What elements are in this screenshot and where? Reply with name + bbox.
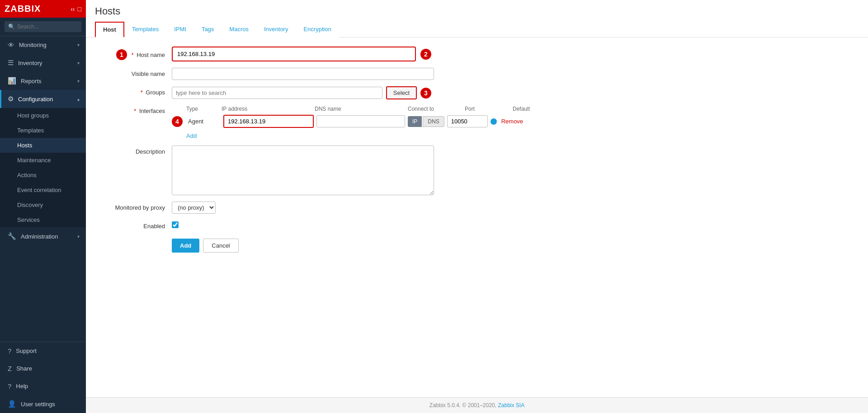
page-header: Hosts Host Templates IPMI Tags Macros In… bbox=[86, 0, 868, 38]
tab-inventory[interactable]: Inventory bbox=[256, 22, 296, 38]
sidebar-item-inventory[interactable]: ☰ Inventory ▾ bbox=[0, 54, 86, 72]
add-host-button[interactable]: Add bbox=[172, 239, 199, 253]
visible-name-row: Visible name bbox=[99, 68, 854, 80]
sidebar-item-reports[interactable]: 📊 Reports ▾ bbox=[0, 72, 86, 90]
tab-templates[interactable]: Templates bbox=[124, 22, 166, 38]
reports-icon: 📊 bbox=[8, 77, 16, 85]
sidebar-item-label: Share bbox=[16, 365, 32, 372]
required-star: * bbox=[131, 52, 133, 58]
expand-icon[interactable]: □ bbox=[78, 5, 81, 13]
help-icon: ? bbox=[8, 382, 11, 390]
add-interface-link[interactable]: Add bbox=[186, 132, 197, 139]
annotation-3: 3 bbox=[420, 88, 431, 99]
main-content: Hosts Host Templates IPMI Tags Macros In… bbox=[86, 0, 868, 413]
nav-section: 👁 Monitoring ▾ ☰ Inventory ▾ 📊 Reports ▾… bbox=[0, 36, 86, 245]
user-icon: 👤 bbox=[8, 400, 16, 408]
groups-input-wrap: Select 3 bbox=[172, 86, 434, 99]
sidebar-item-event-correlation[interactable]: Event correlation bbox=[0, 183, 86, 197]
sidebar-item-label: Administration bbox=[21, 233, 58, 240]
interfaces-row: * Interfaces Type IP address DNS name Co… bbox=[99, 106, 854, 139]
sidebar-item-monitoring[interactable]: 👁 Monitoring ▾ bbox=[0, 36, 86, 54]
annotation-1: 1 bbox=[116, 49, 127, 60]
sidebar-item-label: Configuration bbox=[18, 96, 53, 103]
sidebar-bottom: ? Support Z Share ? Help 👤 User settings bbox=[0, 342, 86, 413]
cancel-button[interactable]: Cancel bbox=[203, 239, 238, 253]
host-name-row: 1 * Host name 2 bbox=[99, 47, 854, 61]
sidebar-item-actions[interactable]: Actions bbox=[0, 168, 86, 183]
connect-ip-button[interactable]: IP bbox=[408, 116, 422, 127]
sidebar-item-maintenance[interactable]: Maintenance bbox=[0, 153, 86, 168]
interface-port-input[interactable] bbox=[447, 115, 488, 127]
sub-nav-label: Services bbox=[17, 216, 40, 223]
interface-ip-border bbox=[223, 115, 314, 128]
sidebar-item-label: Support bbox=[16, 347, 37, 354]
tab-ipmi[interactable]: IPMI bbox=[166, 22, 194, 38]
logo-icons: ‹‹ □ bbox=[71, 5, 81, 13]
enabled-row: Enabled bbox=[99, 220, 854, 230]
interface-row: 4 Agent IP DNS Remove bbox=[172, 115, 854, 128]
sub-nav-label: Host groups bbox=[17, 112, 49, 119]
tab-tags[interactable]: Tags bbox=[194, 22, 222, 38]
chevron-up-icon: ▴ bbox=[77, 97, 80, 102]
groups-label: * Groups bbox=[99, 86, 172, 96]
groups-search-input[interactable] bbox=[172, 87, 382, 99]
page-footer: Zabbix 5.0.4. © 2001–2020, Zabbix SIA bbox=[86, 397, 868, 413]
chevron-down-icon: ▾ bbox=[77, 42, 80, 47]
host-name-border-box bbox=[172, 47, 416, 61]
tabs: Host Templates IPMI Tags Macros Inventor… bbox=[95, 22, 859, 37]
sidebar-item-services[interactable]: Services bbox=[0, 212, 86, 227]
sidebar-item-label: Reports bbox=[21, 78, 42, 84]
select-button[interactable]: Select bbox=[386, 86, 417, 99]
tab-encryption[interactable]: Encryption bbox=[296, 22, 339, 38]
description-textarea[interactable] bbox=[172, 145, 434, 195]
sidebar-item-administration[interactable]: 🔧 Administration ▾ bbox=[0, 227, 86, 245]
sidebar-item-templates[interactable]: Templates bbox=[0, 123, 86, 138]
form-actions: Add Cancel bbox=[99, 239, 854, 253]
proxy-select[interactable]: (no proxy) bbox=[172, 202, 216, 214]
administration-icon: 🔧 bbox=[8, 232, 16, 240]
sidebar-item-help[interactable]: ? Help bbox=[0, 377, 86, 395]
sidebar-item-configuration[interactable]: ⚙ Configuration ▴ bbox=[0, 90, 86, 108]
groups-search-row: Select 3 bbox=[172, 86, 434, 99]
sub-nav-label: Event correlation bbox=[17, 187, 61, 193]
sidebar-item-label: Help bbox=[16, 383, 28, 390]
tab-host[interactable]: Host bbox=[95, 22, 124, 38]
interface-ip-input[interactable] bbox=[224, 116, 313, 127]
interface-dns-input[interactable] bbox=[316, 115, 405, 127]
search-icon: 🔍 bbox=[8, 23, 15, 30]
add-interface-wrap: Add bbox=[172, 131, 854, 139]
connect-dns-button[interactable]: DNS bbox=[423, 116, 444, 127]
annotation-2: 2 bbox=[420, 49, 431, 60]
col-dns-header: DNS name bbox=[315, 106, 405, 112]
footer-link[interactable]: Zabbix SIA bbox=[498, 402, 524, 408]
sidebar-item-hosts[interactable]: Hosts bbox=[0, 138, 86, 153]
sidebar-item-host-groups[interactable]: Host groups bbox=[0, 108, 86, 123]
sidebar-item-label: Monitoring bbox=[19, 42, 47, 48]
chevron-down-icon: ▾ bbox=[77, 234, 80, 239]
inventory-icon: ☰ bbox=[8, 59, 14, 67]
tab-macros[interactable]: Macros bbox=[222, 22, 256, 38]
sidebar-item-support[interactable]: ? Support bbox=[0, 342, 86, 360]
sub-nav-label: Discovery bbox=[17, 202, 43, 208]
annotation-4: 4 bbox=[172, 116, 183, 127]
enabled-checkbox[interactable] bbox=[172, 221, 179, 228]
remove-interface-link[interactable]: Remove bbox=[501, 118, 523, 125]
default-radio[interactable] bbox=[491, 118, 497, 125]
sidebar-item-user-settings[interactable]: 👤 User settings bbox=[0, 395, 86, 413]
sidebar-item-discovery[interactable]: Discovery bbox=[0, 197, 86, 212]
host-name-input[interactable] bbox=[174, 48, 414, 60]
collapse-icon[interactable]: ‹‹ bbox=[71, 5, 75, 13]
configuration-icon: ⚙ bbox=[8, 95, 14, 103]
visible-name-input[interactable] bbox=[172, 68, 434, 80]
sidebar-item-share[interactable]: Z Share bbox=[0, 360, 86, 377]
col-type-header: Type bbox=[186, 106, 219, 112]
logo-text: ZABBIX bbox=[5, 4, 41, 14]
interfaces-label: * Interfaces bbox=[99, 106, 172, 114]
sub-nav-label: Templates bbox=[17, 127, 44, 134]
description-row: Description bbox=[99, 145, 854, 195]
chevron-down-icon: ▾ bbox=[77, 61, 80, 66]
sub-nav-label: Hosts bbox=[17, 142, 32, 149]
proxy-label: Monitored by proxy bbox=[99, 202, 172, 211]
monitoring-icon: 👁 bbox=[8, 41, 14, 49]
search-input[interactable] bbox=[5, 21, 81, 32]
